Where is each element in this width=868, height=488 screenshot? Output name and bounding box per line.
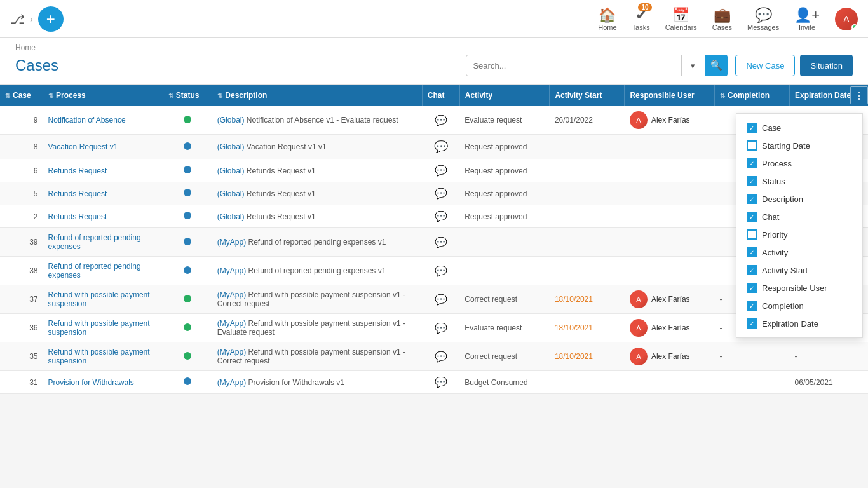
column-checkbox[interactable]: ✓	[747, 301, 757, 311]
description-prefix[interactable]: (Global)	[217, 142, 245, 151]
col-case-label: Case	[13, 91, 31, 100]
td-chat[interactable]: 💬	[422, 159, 459, 182]
column-checkbox[interactable]: ✓	[747, 265, 757, 275]
td-process[interactable]: Refunds Request	[43, 205, 163, 228]
td-process[interactable]: Refunds Request	[43, 159, 163, 182]
column-dropdown-item[interactable]: ✓ Process	[736, 154, 862, 172]
chat-icon[interactable]: 💬	[435, 323, 447, 334]
table-header-row: ⇅Case ⇅Process ⇅Status ⇅Description Chat…	[0, 85, 868, 106]
td-description: (Global) Refunds Request v1	[212, 159, 422, 182]
column-dropdown-item[interactable]: Priority	[736, 226, 862, 243]
chat-icon[interactable]: 💬	[435, 266, 447, 276]
description-prefix[interactable]: (Global)	[217, 116, 245, 125]
column-dropdown-item[interactable]: ✓ Responsible User	[736, 279, 862, 297]
chat-icon[interactable]: 💬	[435, 377, 447, 388]
column-dropdown-item[interactable]: ✓ Description	[736, 190, 862, 208]
chat-icon[interactable]: 💬	[435, 188, 447, 199]
column-checkbox[interactable]	[747, 140, 757, 151]
chat-icon[interactable]: 💬	[435, 165, 447, 176]
td-process[interactable]: Refunds Request	[43, 182, 163, 205]
nav-home[interactable]: 🏠 Home	[598, 7, 616, 31]
td-chat[interactable]: 💬	[422, 257, 459, 285]
description-prefix[interactable]: (MyApp)	[217, 290, 246, 299]
description-prefix[interactable]: (MyApp)	[217, 238, 246, 247]
column-checkbox[interactable]: ✓	[747, 283, 757, 293]
td-process[interactable]: Refund of reported pending expenses	[43, 257, 163, 285]
td-chat[interactable]: 💬	[422, 205, 459, 228]
chat-icon[interactable]: 💬	[435, 211, 447, 222]
column-checkbox[interactable]: ✓	[747, 318, 757, 329]
description-prefix[interactable]: (MyApp)	[217, 266, 246, 275]
nav-invite[interactable]: 👤+ Invite	[794, 7, 820, 31]
td-process[interactable]: Notification of Absence	[43, 106, 163, 135]
column-dropdown-item[interactable]: ✓ Chat	[736, 208, 862, 226]
td-activity-start: 26/01/2022	[550, 106, 625, 135]
col-description[interactable]: ⇅Description	[212, 85, 422, 106]
nav-tasks[interactable]: ✔ 10 Tasks	[632, 7, 650, 31]
status-dot	[184, 352, 191, 360]
td-case: 9	[0, 106, 43, 135]
td-chat[interactable]: 💬	[422, 342, 459, 371]
col-responsible: Responsible User	[625, 85, 715, 106]
description-prefix[interactable]: (Global)	[217, 189, 245, 198]
situation-button[interactable]: Situation	[800, 55, 853, 76]
column-checkbox[interactable]: ✓	[747, 194, 757, 204]
col-process[interactable]: ⇅Process	[43, 85, 163, 106]
column-label: Starting Date	[762, 141, 810, 151]
column-dropdown-item[interactable]: ✓ Status	[736, 172, 862, 190]
avatar[interactable]: A	[835, 8, 858, 30]
nav-messages[interactable]: 💬 Messages	[747, 7, 779, 31]
td-process[interactable]: Refund of reported pending expenses	[43, 228, 163, 257]
column-checkbox[interactable]: ✓	[747, 247, 757, 257]
col-case[interactable]: ⇅Case	[0, 85, 43, 106]
column-dropdown: ✓ Case Starting Date ✓ Process ✓ Status …	[736, 113, 863, 338]
td-chat[interactable]: 💬	[422, 182, 459, 205]
description-prefix[interactable]: (Global)	[217, 212, 245, 221]
column-dropdown-item[interactable]: ✓ Activity	[736, 243, 862, 261]
td-chat[interactable]: 💬	[422, 135, 459, 159]
search-button[interactable]: 🔍	[705, 55, 728, 76]
column-dropdown-item[interactable]: ✓ Expiration Date	[736, 315, 862, 332]
chat-icon[interactable]: 💬	[435, 294, 447, 305]
td-chat[interactable]: 💬	[422, 285, 459, 314]
nav-chevron: ›	[30, 14, 33, 24]
column-dropdown-item[interactable]: Starting Date	[736, 137, 862, 154]
td-chat[interactable]: 💬	[422, 314, 459, 342]
column-checkbox[interactable]: ✓	[747, 123, 757, 133]
td-chat[interactable]: 💬	[422, 371, 459, 394]
add-button[interactable]: +	[38, 6, 64, 32]
td-process[interactable]: Refund with possible payment suspension	[43, 314, 163, 342]
column-dropdown-item[interactable]: ✓ Case	[736, 119, 862, 137]
nav-cases[interactable]: 💼 Cases	[712, 7, 732, 31]
td-responsible: A Alex Farías	[625, 285, 715, 314]
search-input[interactable]	[466, 55, 682, 76]
col-completion[interactable]: ⇅Completion	[715, 85, 790, 106]
td-process[interactable]: Refund with possible payment suspension	[43, 285, 163, 314]
td-chat[interactable]: 💬	[422, 228, 459, 257]
column-checkbox[interactable]	[747, 229, 757, 240]
col-status[interactable]: ⇅Status	[163, 85, 212, 106]
chat-icon[interactable]: 💬	[434, 140, 448, 153]
column-settings-button[interactable]: ⋮	[850, 86, 868, 104]
column-checkbox[interactable]: ✓	[747, 158, 757, 168]
calendars-label: Calendars	[665, 24, 697, 31]
description-prefix[interactable]: (MyApp)	[217, 378, 246, 387]
search-dropdown-button[interactable]: ▾	[684, 55, 702, 76]
td-process[interactable]: Refund with possible payment suspension	[43, 342, 163, 371]
td-process[interactable]: Provision for Withdrawals	[43, 371, 163, 394]
chat-icon[interactable]: 💬	[435, 115, 447, 126]
description-prefix[interactable]: (MyApp)	[217, 319, 246, 328]
new-case-button[interactable]: New Case	[735, 55, 795, 76]
user-avatar: A	[630, 111, 648, 129]
description-prefix[interactable]: (Global)	[217, 166, 245, 175]
column-dropdown-item[interactable]: ✓ Activity Start	[736, 261, 862, 279]
column-dropdown-item[interactable]: ✓ Completion	[736, 297, 862, 315]
td-process[interactable]: Vacation Request v1	[43, 135, 163, 159]
description-prefix[interactable]: (MyApp)	[217, 348, 246, 356]
chat-icon[interactable]: 💬	[435, 351, 447, 362]
td-chat[interactable]: 💬	[422, 106, 459, 135]
column-checkbox[interactable]: ✓	[747, 176, 757, 186]
chat-icon[interactable]: 💬	[435, 237, 447, 248]
nav-calendars[interactable]: 📅 Calendars	[665, 7, 697, 31]
column-checkbox[interactable]: ✓	[747, 212, 757, 222]
